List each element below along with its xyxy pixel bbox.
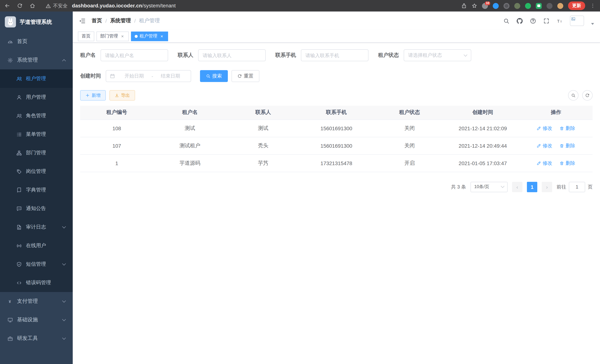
tenant-name-label: 租户名: [80, 52, 96, 59]
browser-home-icon[interactable]: [30, 3, 35, 9]
toggle-search-button[interactable]: [568, 90, 579, 101]
edit-button[interactable]: 修改: [537, 125, 552, 131]
extension-badge-icon[interactable]: 10: [482, 3, 488, 9]
table-toolbar: 新增 导出: [80, 90, 593, 101]
sidebar-item-dict[interactable]: 字典管理: [0, 181, 73, 199]
cell-tenant-id: 1: [80, 154, 153, 172]
close-icon[interactable]: ×: [120, 34, 125, 39]
sidebar-item-pay[interactable]: 支付管理: [0, 292, 73, 311]
sidebar-item-online-user[interactable]: 在线用户: [0, 236, 73, 255]
tab-dept[interactable]: 部门管理×: [96, 31, 129, 41]
dark-extension-icon[interactable]: [504, 3, 509, 9]
warning-icon: [46, 3, 51, 8]
cell-contact: 芋艿: [226, 154, 300, 172]
export-button-label: 导出: [121, 92, 130, 99]
filter-contact: 联系人: [178, 49, 266, 61]
chevron-down-icon: [62, 317, 66, 321]
sidebar-item-user[interactable]: 用户管理: [0, 88, 73, 106]
edit-button[interactable]: 修改: [537, 160, 552, 166]
security-label: 不安全: [53, 2, 67, 9]
filter-row-2: 创建时间 开始日期 - 结束日期 搜索 重置: [80, 70, 593, 82]
address-bar[interactable]: dashboard.yudao.iocoder.cn/system/tenant: [72, 3, 176, 9]
sidebar-item-home[interactable]: 首页: [0, 32, 73, 51]
breadcrumb-current: 租户管理: [139, 18, 160, 24]
sidebar-item-tenant[interactable]: 租户管理: [0, 69, 73, 88]
update-button[interactable]: 更新: [568, 1, 585, 10]
sidebar-item-role[interactable]: 角色管理: [0, 106, 73, 125]
pagination: 共 3 条 10条/页 ‹ 1 › 前往 页: [80, 182, 593, 192]
delete-button[interactable]: 删除: [560, 125, 575, 131]
sidebar-item-menu[interactable]: 菜单管理: [0, 125, 73, 144]
dashboard-icon: [7, 39, 13, 44]
tenant-name-input[interactable]: [101, 49, 168, 61]
col-tenant-name: 租户名: [153, 106, 227, 120]
edit-label: 修改: [543, 125, 552, 131]
tab-home[interactable]: 首页: [78, 31, 94, 41]
sidebar-item-dev-tool[interactable]: 研发工具: [0, 329, 73, 348]
chat-extension-icon[interactable]: [536, 3, 542, 9]
add-button[interactable]: 新增: [80, 90, 106, 101]
contact-input[interactable]: [198, 49, 266, 61]
user-avatar[interactable]: [570, 16, 584, 26]
status-select[interactable]: 请选择租户状态: [404, 49, 471, 61]
next-page-button[interactable]: ›: [542, 182, 552, 192]
bookmark-star-icon[interactable]: [472, 3, 477, 9]
breadcrumb-home[interactable]: 首页: [92, 18, 102, 24]
browser-chrome: 不安全 dashboard.yudao.iocoder.cn/system/te…: [0, 0, 600, 11]
page-number-button[interactable]: 1: [527, 182, 537, 192]
tab-tenant[interactable]: 租户管理×: [131, 31, 168, 41]
browser-actions: 10 更新: [461, 1, 596, 10]
page-size-select[interactable]: 10条/页: [470, 182, 508, 192]
close-icon[interactable]: ×: [159, 34, 164, 39]
sidebar-item-post[interactable]: 岗位管理: [0, 162, 73, 181]
book-icon: [16, 187, 22, 193]
green-extension-icon[interactable]: [525, 3, 531, 9]
breadcrumb-system[interactable]: 系统管理: [110, 18, 131, 24]
sidebar-item-label: 字典管理: [26, 187, 46, 193]
github-icon[interactable]: [516, 18, 523, 24]
cell-tenant-name: 芋道源码: [153, 154, 227, 172]
search-icon[interactable]: [503, 18, 509, 24]
help-icon[interactable]: [530, 18, 536, 24]
sidebar-item-notice[interactable]: 通知公告: [0, 199, 73, 218]
header-actions: [503, 16, 594, 26]
back-icon[interactable]: [4, 3, 10, 9]
sidebar-item-infra[interactable]: 基础设施: [0, 311, 73, 329]
chat-bubble-shape: [537, 4, 540, 7]
reset-button[interactable]: 重置: [232, 70, 259, 82]
date-range-picker[interactable]: 开始日期 - 结束日期: [106, 70, 191, 82]
edit-button[interactable]: 修改: [537, 142, 552, 149]
browser-menu-icon[interactable]: [590, 3, 596, 9]
share-icon[interactable]: [461, 3, 467, 9]
prev-page-button[interactable]: ‹: [512, 182, 523, 192]
sidebar-item-label: 支付管理: [17, 298, 38, 305]
refresh-table-button[interactable]: [582, 90, 593, 101]
reset-button-label: 重置: [244, 73, 253, 79]
reload-icon[interactable]: [17, 3, 23, 9]
delete-button[interactable]: 删除: [560, 160, 575, 166]
blue-extension-icon[interactable]: [493, 3, 499, 9]
filter-row-1: 租户名 联系人 联系手机 租户状态 请选择租户状态: [80, 49, 593, 61]
sidebar-item-label: 租户管理: [26, 75, 46, 82]
sidebar-item-audit-log[interactable]: 审计日志: [0, 218, 73, 236]
goto-page-input[interactable]: [569, 182, 585, 192]
sidebar-item-dept[interactable]: 部门管理: [0, 144, 73, 162]
delete-button[interactable]: 删除: [560, 142, 575, 149]
phone-input[interactable]: [301, 49, 368, 61]
profile-avatar[interactable]: [557, 3, 563, 9]
avatar-caret-icon[interactable]: [591, 23, 594, 25]
pin-extension-icon[interactable]: [547, 3, 553, 9]
sidebar-item-error-code[interactable]: 错误码管理: [0, 273, 73, 292]
font-size-icon[interactable]: [557, 18, 563, 24]
fullscreen-icon[interactable]: [543, 18, 550, 24]
col-tenant-id: 租户编号: [80, 106, 153, 120]
olive-extension-icon[interactable]: [514, 3, 520, 9]
sidebar-item-sms[interactable]: 短信管理: [0, 255, 73, 273]
site-security[interactable]: 不安全: [46, 2, 67, 9]
sidebar-item-system[interactable]: 系统管理: [0, 51, 73, 69]
export-button[interactable]: 导出: [110, 90, 135, 101]
status-select-placeholder: 请选择租户状态: [408, 52, 442, 59]
search-button[interactable]: 搜索: [200, 70, 228, 82]
sidebar-toggle-button[interactable]: [79, 17, 86, 24]
sidebar-item-label: 错误码管理: [26, 280, 51, 286]
